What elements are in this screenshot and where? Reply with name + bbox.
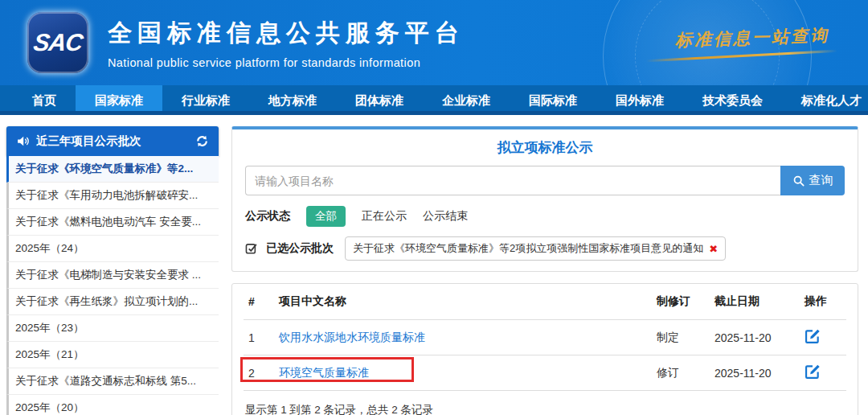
nav-item-group-standards[interactable]: 团体标准	[336, 85, 423, 111]
status-option-all[interactable]: 全部	[306, 206, 346, 227]
checkbox-checked-icon	[245, 242, 258, 255]
nav-item-technical-committee[interactable]: 技术委员会	[683, 85, 782, 111]
selected-batch-chip: 关于征求《环境空气质量标准》等2项拟立项强制性国家标准项目意见的通知 ✖	[345, 236, 726, 261]
sidebar-title: 近三年项目公示批次	[36, 134, 195, 149]
close-x-icon[interactable]: ✖	[709, 243, 718, 255]
row-type: 制定	[652, 320, 710, 355]
row-deadline: 2025-11-20	[710, 355, 800, 391]
column-header-deadline: 截止日期	[710, 284, 800, 320]
table-row: 2 环境空气质量标准 修订 2025-11-20	[244, 355, 846, 391]
record-count-summary: 显示第 1 到第 2 条记录，总共 2 条记录	[244, 391, 846, 415]
nav-item-national-standards[interactable]: 国家标准	[76, 85, 162, 111]
selected-batch-text: 关于征求《环境空气质量标准》等2项拟立项强制性国家标准项目意见的通知	[353, 241, 703, 256]
nav-item-standardization-talent[interactable]: 标准化人才	[782, 85, 868, 111]
row-deadline: 2025-11-20	[710, 320, 800, 355]
announcement-filter-card: 拟立项标准公示 查询 公示状态 全部 正在公示 公示结束	[231, 126, 858, 272]
site-title: 全国标准信息公共服务平台	[108, 17, 465, 50]
edit-pencil-icon[interactable]	[805, 364, 821, 380]
status-option-ended[interactable]: 公示结束	[423, 209, 468, 224]
table-row: 1 饮用水水源地水环境质量标准 制定 2025-11-20	[244, 320, 846, 355]
edit-pencil-icon[interactable]	[805, 328, 821, 344]
site-subtitle: National public service platform for sta…	[108, 56, 465, 69]
sidebar-item[interactable]: 2025年（24）	[6, 236, 219, 262]
nav-item-international-standards[interactable]: 国际标准	[510, 85, 596, 111]
status-filter-label: 公示状态	[245, 209, 290, 224]
nav-item-enterprise-standards[interactable]: 企业标准	[423, 85, 510, 111]
selected-batch-label: 已选公示批次	[266, 241, 334, 256]
search-button[interactable]: 查询	[780, 166, 845, 195]
row-index: 2	[244, 355, 274, 391]
status-filter-row: 公示状态 全部 正在公示 公示结束	[245, 206, 845, 227]
selected-batch-row: 已选公示批次 关于征求《环境空气质量标准》等2项拟立项强制性国家标准项目意见的通…	[245, 236, 845, 261]
page-content: 近三年项目公示批次 关于征求《环境空气质量标准》等2... 关于征求《车用动力电…	[0, 115, 868, 415]
column-header-type: 制修订	[652, 284, 710, 320]
results-table-card: # 项目中文名称 制修订 截止日期 操作 1 饮用水水源地水环境质量标准 制定	[231, 283, 858, 415]
search-button-label: 查询	[809, 173, 833, 188]
main-panel: 拟立项标准公示 查询 公示状态 全部 正在公示 公示结束	[231, 126, 858, 415]
sidebar-item[interactable]: 2025年（20）	[6, 395, 219, 415]
site-title-block: 全国标准信息公共服务平台 National public service pla…	[108, 17, 465, 69]
sidebar-item[interactable]: 关于征求《电梯制造与安装安全要求 ...	[6, 262, 219, 289]
column-header-name: 项目中文名称	[274, 284, 652, 320]
main-nav: 首页 国家标准 行业标准 地方标准 团体标准 企业标准 国际标准 国外标准 技术…	[0, 85, 868, 115]
row-type: 修订	[652, 355, 710, 391]
table-header-row: # 项目中文名称 制修订 截止日期 操作	[244, 284, 846, 320]
page-title: 拟立项标准公示	[245, 138, 845, 157]
sidebar-item[interactable]: 关于征求《道路交通标志和标线 第5...	[6, 368, 219, 395]
nav-item-industry-standards[interactable]: 行业标准	[162, 85, 249, 111]
sidebar-item[interactable]: 关于征求《再生纸浆》拟立项计划的...	[6, 289, 219, 315]
status-option-in-progress[interactable]: 正在公示	[362, 209, 407, 224]
sidebar-item[interactable]: 2025年（21）	[6, 342, 219, 368]
search-input[interactable]	[245, 166, 780, 195]
sidebar-item[interactable]: 关于征求《环境空气质量标准》等2...	[6, 156, 219, 183]
sac-logo-text: SAC	[31, 29, 84, 56]
project-link[interactable]: 环境空气质量标准	[279, 366, 369, 379]
nav-item-local-standards[interactable]: 地方标准	[249, 85, 336, 111]
sidebar-item[interactable]: 关于征求《燃料电池电动汽车 安全要...	[6, 209, 219, 236]
results-table: # 项目中文名称 制修订 截止日期 操作 1 饮用水水源地水环境质量标准 制定	[244, 284, 846, 391]
nav-item-home[interactable]: 首页	[13, 85, 76, 111]
site-header: SAC 全国标准信息公共服务平台 National public service…	[0, 0, 868, 85]
speaker-icon	[16, 134, 30, 148]
sidebar-header: 近三年项目公示批次	[6, 126, 219, 156]
sidebar-item[interactable]: 2025年（23）	[6, 315, 219, 342]
column-header-index: #	[244, 284, 274, 320]
row-index: 1	[244, 320, 274, 355]
nav-item-foreign-standards[interactable]: 国外标准	[596, 85, 683, 111]
search-icon	[792, 175, 805, 187]
sac-logo[interactable]: SAC	[27, 12, 88, 73]
column-header-actions: 操作	[800, 284, 846, 320]
batch-sidebar: 近三年项目公示批次 关于征求《环境空气质量标准》等2... 关于征求《车用动力电…	[6, 126, 219, 415]
sidebar-item[interactable]: 关于征求《车用动力电池拆解破碎安...	[6, 183, 219, 209]
project-link[interactable]: 饮用水水源地水环境质量标准	[279, 331, 425, 343]
search-bar: 查询	[245, 166, 845, 195]
refresh-icon[interactable]	[195, 134, 209, 148]
